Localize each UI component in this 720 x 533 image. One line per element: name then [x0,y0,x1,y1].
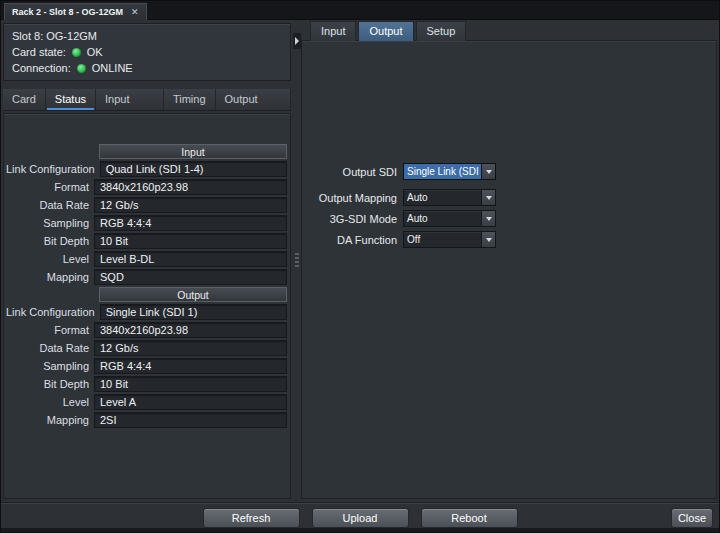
upload-button[interactable]: Upload [312,508,409,528]
close-tab-icon[interactable]: ✕ [131,7,139,17]
row-label: Mapping [6,271,94,283]
tab-status[interactable]: Status [46,89,96,110]
row-value: 12 Gb/s [94,197,287,213]
table-row: Bit Depth 10 Bit [6,376,287,392]
card-state-led-icon [72,48,81,57]
da-function-dropdown[interactable]: Off [403,231,496,248]
chevron-down-icon[interactable] [481,232,495,247]
row-label: Format [6,324,94,336]
card-state-value: OK [87,46,103,58]
row-label: Level [6,396,94,408]
window-tab-bar: Rack 2 - Slot 8 - OG-12GM ✕ [1,1,719,20]
row-value: 10 Bit [94,376,287,392]
chevron-down-icon[interactable] [481,190,495,205]
row-value: Quad Link (SDI 1-4) [100,161,287,177]
table-row: Link Configuration Single Link (SDI 1) [6,304,287,320]
row-label: Bit Depth [6,235,94,247]
close-button[interactable]: Close [671,508,713,528]
row-value: SQD [94,269,287,285]
table-row: Data Rate 12 Gb/s [6,197,287,213]
form-row: Output SDI Single Link (SDI 1) [309,163,716,180]
row-value: Level B-DL [94,251,287,267]
dropdown-value: Auto [404,211,481,226]
window-bottom-edge [1,528,719,532]
card-info-box: Slot 8: OG-12GM Card state: OK Connectio… [3,23,291,81]
connection-label: Connection: [12,62,71,74]
table-row: Format 3840x2160p23.98 [6,179,287,195]
section-header-output: Output [99,287,287,302]
footer-button-group: Refresh Upload Reboot [1,508,719,528]
splitter-grip[interactable] [295,253,299,267]
row-label: Mapping [6,414,94,426]
section-header-input: Input [99,144,287,159]
left-tab-bar: Card Status Input Detail Timing Output D… [3,89,291,111]
dashboard-window: Rack 2 - Slot 8 - OG-12GM ✕ Slot 8: OG-1… [0,0,720,533]
status-table: Input Link Configuration Quad Link (SDI … [3,113,291,499]
field-label-output-mapping: Output Mapping [309,192,397,204]
table-row: Sampling RGB 4:4:4 [6,215,287,231]
dropdown-value: Auto [404,190,481,205]
panel-splitter[interactable] [293,21,301,502]
table-row: Mapping SQD [6,269,287,285]
dropdown-value: Single Link (SDI 1) [404,164,481,179]
refresh-button[interactable]: Refresh [203,508,300,528]
form-row: 3G-SDI Mode Auto [309,210,716,227]
row-label: Data Rate [6,199,94,211]
chevron-down-icon[interactable] [481,211,495,226]
slot-title: Slot 8: OG-12GM [12,28,282,44]
form-row: Output Mapping Auto [309,189,716,206]
tab-input[interactable]: Input [310,21,356,41]
table-row: Bit Depth 10 Bit [6,233,287,249]
row-label: Link Configuration [6,163,100,175]
dropdown-value: Off [404,232,481,247]
field-label-da-function: DA Function [309,234,397,246]
row-value: RGB 4:4:4 [94,358,287,374]
chevron-down-icon[interactable] [481,164,495,179]
reboot-button[interactable]: Reboot [421,508,518,528]
connection-value: ONLINE [92,62,133,74]
tab-output[interactable]: Output [358,21,413,41]
row-label: Format [6,181,94,193]
card-status-panel: Slot 8: OG-12GM Card state: OK Connectio… [3,21,293,502]
row-label: Sampling [6,217,94,229]
collapse-arrow-icon[interactable] [293,33,301,49]
row-value: 2SI [94,412,287,428]
table-row: Mapping 2SI [6,412,287,428]
field-label-output-sdi: Output SDI [309,166,397,178]
card-state-label: Card state: [12,46,66,58]
row-value: Single Link (SDI 1) [100,304,287,320]
connection-led-icon [77,64,86,73]
row-label: Bit Depth [6,378,94,390]
table-row: Link Configuration Quad Link (SDI 1-4) [6,161,287,177]
tab-setup[interactable]: Setup [416,21,467,41]
right-tab-bar: Input Output Setup [310,21,466,41]
form-row: DA Function Off [309,231,716,248]
row-label: Link Configuration [6,306,100,318]
tab-card[interactable]: Card [3,89,46,110]
card-control-panel: Input Output Setup Output SDI Single Lin… [301,21,717,502]
row-label: Level [6,253,94,265]
3g-sdi-mode-dropdown[interactable]: Auto [403,210,496,227]
row-value: RGB 4:4:4 [94,215,287,231]
window-tab-title: Rack 2 - Slot 8 - OG-12GM [12,7,123,17]
slot-title-text: Slot 8: OG-12GM [12,30,97,42]
output-sdi-dropdown[interactable]: Single Link (SDI 1) [403,163,496,180]
tab-timing[interactable]: Timing [164,89,216,110]
row-value: 10 Bit [94,233,287,249]
output-settings-form: Output SDI Single Link (SDI 1) Output Ma… [301,40,717,499]
field-label-3g-sdi-mode: 3G-SDI Mode [309,213,397,225]
tab-input-detail[interactable]: Input Detail [96,89,164,110]
table-row: Format 3840x2160p23.98 [6,322,287,338]
output-mapping-dropdown[interactable]: Auto [403,189,496,206]
row-value: Level A [94,394,287,410]
row-label: Sampling [6,360,94,372]
tab-output-detail[interactable]: Output Detail [216,89,291,110]
row-value: 12 Gb/s [94,340,287,356]
table-row: Data Rate 12 Gb/s [6,340,287,356]
window-tab[interactable]: Rack 2 - Slot 8 - OG-12GM ✕ [4,3,147,20]
row-value: 3840x2160p23.98 [94,322,287,338]
table-row: Level Level A [6,394,287,410]
row-label: Data Rate [6,342,94,354]
card-state-line: Card state: OK [12,44,282,60]
row-value: 3840x2160p23.98 [94,179,287,195]
